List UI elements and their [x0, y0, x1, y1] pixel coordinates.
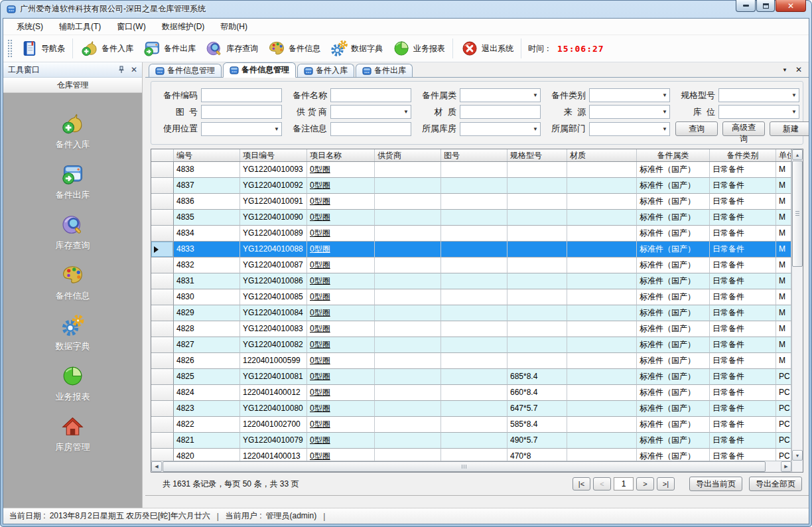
row-header-cell[interactable] — [151, 258, 174, 273]
table-row[interactable]: 4837YG122040100920型圈标准件（国产）日常备件M — [151, 178, 791, 194]
toolbar-button-data-dictionary[interactable]: 数据字典 — [325, 37, 387, 60]
column-header[interactable]: 材质 — [567, 149, 637, 161]
column-header[interactable]: 项目名称 — [307, 149, 375, 161]
vertical-scroll-track[interactable] — [792, 267, 803, 450]
sidebar-item-parts-outbound[interactable]: 备件出库 — [56, 162, 90, 201]
last-page-button[interactable]: >| — [657, 477, 675, 490]
advanced-query-button[interactable]: 高级查询 — [722, 121, 765, 136]
export-all-pages-button[interactable]: 导出全部页 — [749, 477, 802, 491]
table-row[interactable]: 4838YG122040100930型圈标准件（国产）日常备件M — [151, 162, 791, 178]
row-header-cell[interactable] — [151, 417, 174, 433]
search-dropdown[interactable]: ▼ — [589, 105, 670, 119]
search-dropdown[interactable]: ▼ — [460, 122, 541, 136]
search-dropdown[interactable]: ▼ — [718, 88, 799, 102]
row-header-cell[interactable] — [151, 353, 174, 369]
tab-1[interactable]: 备件信息管理 — [149, 64, 222, 77]
row-header-cell[interactable] — [151, 226, 174, 242]
toolbar-button-stock-query[interactable]: 库存查询 — [200, 37, 263, 60]
table-row[interactable]: 4821YG122040100790型圈490*5.7标准件（国产）日常备件PC — [151, 433, 791, 449]
horizontal-scroll-thumb[interactable] — [163, 461, 766, 472]
row-header-cell[interactable] — [151, 289, 174, 305]
toolbar-button-parts-outbound[interactable]: 备件出库 — [138, 37, 200, 60]
toolbar-grip-handle[interactable] — [7, 39, 13, 58]
tab-list-dropdown-icon[interactable]: ▼ — [782, 67, 787, 73]
scroll-up-icon[interactable]: ▲ — [792, 149, 803, 160]
close-button[interactable]: ✕ — [776, 0, 806, 12]
tab-4[interactable]: 备件出库 — [356, 64, 413, 77]
table-row[interactable]: 4828YG122040100830型圈标准件（国产）日常备件M — [151, 321, 791, 337]
pin-icon[interactable] — [117, 66, 125, 74]
row-header-cell[interactable] — [151, 178, 174, 194]
export-current-page-button[interactable]: 导出当前页 — [689, 477, 742, 491]
prev-page-button[interactable]: < — [593, 477, 611, 490]
table-row[interactable]: 4836YG122040100910型圈标准件（国产）日常备件M — [151, 194, 791, 210]
column-header[interactable]: 备件类别 — [710, 149, 776, 161]
tab-3[interactable]: 备件入库 — [297, 64, 354, 77]
search-input[interactable] — [201, 105, 282, 119]
minimize-button[interactable] — [736, 0, 756, 12]
toolbar-button-parts-info[interactable]: 备件信息 — [263, 37, 325, 60]
row-header-cell[interactable] — [151, 321, 174, 337]
row-header-cell[interactable] — [151, 401, 174, 417]
table-row[interactable]: 4831YG122040100860型圈标准件（国产）日常备件M — [151, 273, 791, 289]
row-header-cell[interactable] — [151, 385, 174, 401]
row-header-cell[interactable] — [151, 273, 174, 289]
scroll-down-icon[interactable]: ▼ — [792, 450, 803, 461]
sidebar-item-parts-inbound[interactable]: 备件入库 — [56, 112, 90, 151]
table-row[interactable]: 482012204014000130型圈470*8标准件（国产）日常备件PC — [151, 449, 791, 461]
search-dropdown[interactable]: ▼ — [718, 105, 799, 119]
sidebar-item-parts-info[interactable]: 备件信息 — [56, 263, 90, 302]
row-header-cell[interactable] — [151, 162, 174, 178]
horizontal-scroll-track[interactable] — [766, 461, 781, 472]
table-row[interactable]: 4830YG122040100850型圈标准件（国产）日常备件M — [151, 289, 791, 305]
toolbar-button-parts-inbound[interactable]: 备件入库 — [76, 37, 138, 60]
tool-window-close-icon[interactable]: ✕ — [131, 66, 137, 74]
vertical-scroll-thumb[interactable] — [792, 161, 803, 267]
table-row[interactable]: 482612204010005990型圈标准件（国产）日常备件M — [151, 353, 791, 369]
menu-item[interactable]: 窗口(W) — [109, 19, 153, 35]
toolbar-button-exit[interactable]: 退出系统 — [456, 37, 518, 60]
toolbar-button-navigator[interactable]: 导航条 — [15, 37, 70, 60]
search-dropdown[interactable]: ▼ — [589, 88, 670, 102]
search-dropdown[interactable]: ▼ — [201, 122, 282, 136]
search-input[interactable] — [201, 88, 282, 102]
row-header-cell[interactable] — [151, 210, 174, 226]
search-dropdown[interactable]: ▼ — [460, 88, 541, 102]
table-row[interactable]: 4833YG122040100880型圈标准件（国产）日常备件M — [151, 242, 791, 258]
horizontal-scrollbar[interactable]: ◀ ▶ — [151, 461, 791, 472]
table-row[interactable]: 482412204014000120型圈660*8.4标准件（国产）日常备件PC — [151, 385, 791, 401]
search-dropdown[interactable]: ▼ — [330, 105, 411, 119]
table-row[interactable]: 4832YG122040100870型圈标准件（国产）日常备件M — [151, 258, 791, 273]
table-row[interactable]: 4827YG122040100820型圈标准件（国产）日常备件M — [151, 337, 791, 353]
sidebar-item-stock-query[interactable]: 库存查询 — [56, 212, 90, 252]
column-header[interactable]: 图号 — [441, 149, 508, 161]
row-header-cell[interactable] — [151, 449, 174, 461]
row-header-cell[interactable] — [151, 337, 174, 353]
menu-item[interactable]: 系统(S) — [9, 19, 51, 35]
column-header[interactable]: 规格型号 — [508, 149, 567, 161]
search-dropdown[interactable]: ▼ — [589, 122, 670, 136]
column-header[interactable]: 供货商 — [375, 149, 441, 161]
menu-item[interactable]: 帮助(H) — [212, 19, 255, 35]
search-input[interactable] — [330, 88, 411, 102]
table-row[interactable]: 4823YG122040100800型圈647*5.7标准件（国产）日常备件PC — [151, 401, 791, 417]
column-header[interactable]: 项目编号 — [240, 149, 307, 161]
new-button[interactable]: 新建 — [770, 121, 809, 136]
table-row[interactable]: 482212204010027000型圈585*8.4标准件（国产）日常备件PC — [151, 417, 791, 433]
row-header-cell[interactable] — [151, 305, 174, 321]
tab-close-icon[interactable]: ✕ — [795, 65, 802, 74]
vertical-scrollbar[interactable]: ▲ ▼ — [791, 149, 803, 461]
scroll-left-icon[interactable]: ◀ — [151, 461, 162, 472]
table-row[interactable]: 4825YG122040100810型圈685*8.4标准件（国产）日常备件PC — [151, 369, 791, 385]
row-header-cell[interactable] — [151, 369, 174, 385]
maximize-button[interactable] — [756, 0, 775, 12]
row-header-cell[interactable] — [151, 242, 174, 258]
first-page-button[interactable]: |< — [573, 477, 590, 490]
sidebar-item-data-dictionary[interactable]: 数据字典 — [56, 313, 90, 352]
tab-2[interactable]: 备件信息管理 — [223, 62, 296, 78]
search-input[interactable] — [460, 105, 541, 119]
sidebar-item-business-report[interactable]: 业务报表 — [56, 364, 90, 403]
row-header-cell[interactable] — [151, 433, 174, 449]
search-input[interactable] — [330, 122, 411, 136]
menu-item[interactable]: 数据维护(D) — [154, 19, 213, 35]
